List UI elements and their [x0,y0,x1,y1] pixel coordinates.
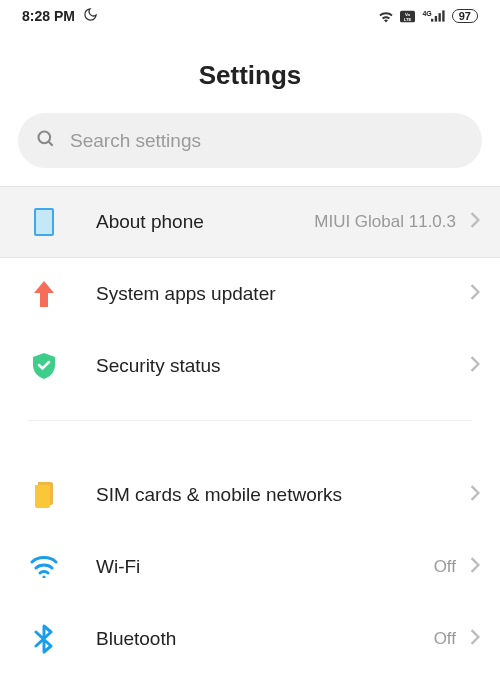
svg-point-7 [39,131,51,143]
chevron-right-icon [470,557,480,577]
battery-indicator: 97 [452,9,478,23]
svg-line-8 [49,141,53,145]
svg-rect-3 [431,19,433,22]
wifi-status-icon [378,10,394,23]
chevron-right-icon [470,629,480,649]
chevron-right-icon [470,356,480,376]
svg-text:LTE: LTE [404,16,412,21]
status-time: 8:28 PM [22,8,75,24]
item-value: Off [434,557,456,577]
settings-item-system-apps-updater[interactable]: System apps updater [0,258,500,330]
settings-item-wifi[interactable]: Wi-Fi Off [0,531,500,603]
item-label: System apps updater [96,283,470,305]
volte-icon: Vo LTE [400,10,415,23]
chevron-right-icon [470,212,480,232]
item-label: About phone [96,211,314,233]
settings-item-sim-cards[interactable]: SIM cards & mobile networks [0,459,500,531]
search-placeholder: Search settings [70,130,201,152]
status-bar: 8:28 PM Vo LTE 4G [0,0,500,32]
item-value: MIUI Global 11.0.3 [314,212,456,232]
wifi-icon [28,556,60,578]
settings-item-about-phone[interactable]: About phone MIUI Global 11.0.3 [0,186,500,258]
chevron-right-icon [470,485,480,505]
item-label: Security status [96,355,470,377]
page-title: Settings [0,60,500,91]
svg-rect-9 [35,209,53,235]
item-label: Bluetooth [96,628,434,650]
search-input[interactable]: Search settings [18,113,482,168]
phone-icon [28,208,60,236]
settings-item-security-status[interactable]: Security status [0,330,500,402]
bluetooth-icon [28,624,60,654]
svg-rect-6 [442,10,444,21]
svg-rect-5 [438,13,440,21]
cellular-signal-icon: 4G [421,10,445,22]
item-label: SIM cards & mobile networks [96,484,470,506]
chevron-right-icon [470,284,480,304]
section-divider [28,420,472,421]
shield-check-icon [28,353,60,379]
search-icon [36,129,56,153]
settings-item-bluetooth[interactable]: Bluetooth Off [0,603,500,675]
item-label: Wi-Fi [96,556,434,578]
item-value: Off [434,629,456,649]
sim-card-icon [28,482,60,508]
dnd-moon-icon [83,7,98,25]
svg-point-10 [43,576,46,579]
svg-rect-4 [435,16,437,22]
update-arrow-icon [28,281,60,307]
